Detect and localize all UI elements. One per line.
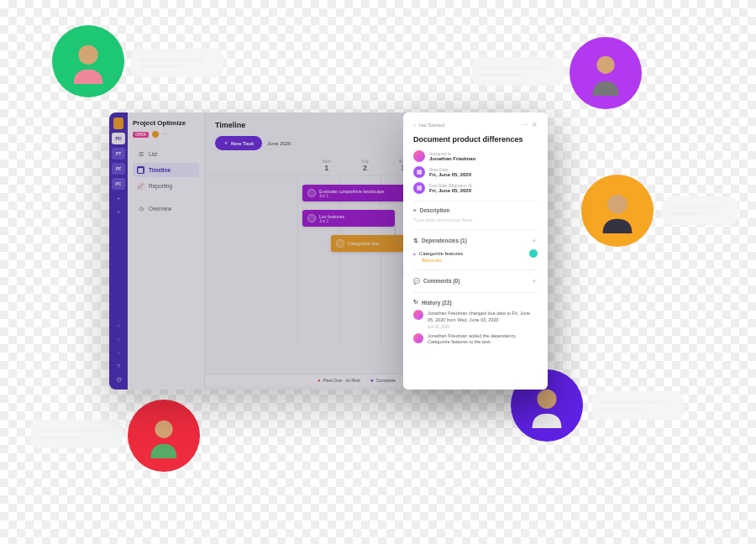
- floating-avatar-4: [128, 400, 200, 472]
- project-chip-po[interactable]: PO: [112, 133, 125, 144]
- user-avatar-icon: [413, 150, 425, 162]
- text-icon: ≡: [413, 207, 417, 213]
- rail-add-icon[interactable]: ＋: [113, 193, 123, 203]
- svg-point-2: [607, 195, 627, 214]
- nav-label: List: [149, 151, 157, 157]
- reporting-icon: 📈: [137, 182, 144, 190]
- nav-item-reporting[interactable]: 📈 Reporting: [133, 179, 199, 193]
- app-logo-icon[interactable]: [113, 118, 123, 129]
- dep-assignee-avatar: [529, 249, 538, 258]
- rail-dashboard-icon[interactable]: ▫: [113, 321, 123, 331]
- chat-bubble-1: [131, 49, 223, 77]
- nav-item-list[interactable]: ☰ List: [133, 147, 199, 161]
- timeline-icon: ▦: [137, 166, 144, 174]
- calendar-icon: ▦: [413, 166, 425, 178]
- project-status-badge: OPEN: [133, 132, 149, 138]
- nav-label: Overview: [149, 206, 171, 212]
- svg-point-4: [537, 390, 556, 409]
- assignee-avatar-icon: [307, 189, 316, 197]
- nav-label: Timeline: [149, 167, 171, 173]
- floating-avatar-1: [52, 25, 124, 97]
- month-selector[interactable]: June 2020: [267, 139, 291, 149]
- calendar-icon: ▦: [413, 182, 425, 194]
- svg-point-0: [78, 45, 97, 65]
- description-section: ≡Description Type task description here.…: [413, 201, 538, 222]
- nav-item-timeline[interactable]: ▦ Timeline: [133, 163, 199, 177]
- overview-icon: ◷: [137, 205, 144, 212]
- due-date-row[interactable]: ▦ Due Date (Migration 4) Fri, June 05, 2…: [413, 182, 538, 194]
- comment-icon: 💬: [413, 278, 420, 285]
- add-dependency-button[interactable]: ＋: [531, 236, 538, 245]
- project-more-icon[interactable]: ⋯: [162, 131, 168, 138]
- add-comment-button[interactable]: ＋: [531, 276, 538, 285]
- project-member-avatar[interactable]: [151, 130, 160, 139]
- assignee-row[interactable]: Assigned to Jonathan Friedman: [413, 150, 538, 162]
- left-rail: PO PT PF PC ＋ ＋ ▫ ▫ ▫ ? ⚙: [109, 112, 128, 390]
- chat-bubble-4: [30, 420, 123, 448]
- dependencies-section: ⇅Dependencies (1)＋ Categorize features B…: [413, 229, 538, 263]
- svg-point-1: [596, 56, 614, 74]
- history-entry: Jonathan Friedman changed due date to Fr…: [413, 310, 538, 329]
- assignee-avatar-icon: [336, 239, 344, 248]
- floating-avatar-3: [581, 175, 654, 247]
- history-entry: Jonathan Friedman added the dependency C…: [413, 333, 538, 345]
- chat-bubble-5: [591, 391, 684, 420]
- rail-settings-icon[interactable]: ⚙: [113, 374, 123, 384]
- rail-notifications-icon[interactable]: ▫: [113, 348, 123, 358]
- comments-section: 💬Comments (0)＋: [413, 269, 538, 285]
- rail-help-icon[interactable]: ?: [113, 361, 123, 371]
- history-section: ↻History (22) Jonathan Friedman changed …: [413, 292, 538, 346]
- svg-point-3: [155, 421, 172, 438]
- new-task-button[interactable]: ＋ New Task: [215, 136, 262, 150]
- nav-label: Reporting: [149, 183, 172, 189]
- task-title: Document product differences: [413, 135, 538, 144]
- close-icon[interactable]: ✕: [532, 121, 538, 128]
- chat-bubble-3: [662, 196, 738, 225]
- sidebar: Project Optimize OPEN ⋯ ☰ List ▦ Timelin…: [128, 112, 205, 390]
- rail-archive-icon[interactable]: ▫: [113, 334, 123, 344]
- task-detail-panel: Not Started ⋯ ✕ Document product differe…: [403, 112, 548, 390]
- list-icon: ☰: [137, 150, 144, 158]
- user-avatar-icon: [413, 333, 423, 343]
- project-chip-pf[interactable]: PF: [112, 163, 125, 175]
- task-status[interactable]: Not Started: [413, 123, 444, 128]
- start-date-row[interactable]: ▦ Start Date Fri, June 05, 2020: [413, 166, 538, 178]
- history-icon: ↻: [413, 299, 418, 306]
- project-title: Project Optimize: [133, 119, 199, 127]
- task-bar-list-features[interactable]: List featuresJun 2: [302, 210, 395, 227]
- dependency-icon: ⇅: [413, 238, 418, 244]
- description-input[interactable]: Type task description here...: [413, 217, 538, 222]
- user-avatar-icon: [413, 310, 423, 320]
- chat-bubble-2: [472, 57, 564, 86]
- rail-add2-icon[interactable]: ＋: [113, 207, 123, 217]
- floating-avatar-2: [570, 37, 642, 109]
- project-chip-pt[interactable]: PT: [112, 148, 125, 160]
- plus-icon: ＋: [223, 139, 228, 147]
- project-chip-pc[interactable]: PC: [112, 178, 125, 190]
- assignee-avatar-icon: [307, 214, 316, 222]
- dependency-item[interactable]: Categorize features: [413, 249, 538, 258]
- more-icon[interactable]: ⋯: [522, 121, 528, 128]
- nav-item-overview[interactable]: ◷ Overview: [133, 201, 199, 216]
